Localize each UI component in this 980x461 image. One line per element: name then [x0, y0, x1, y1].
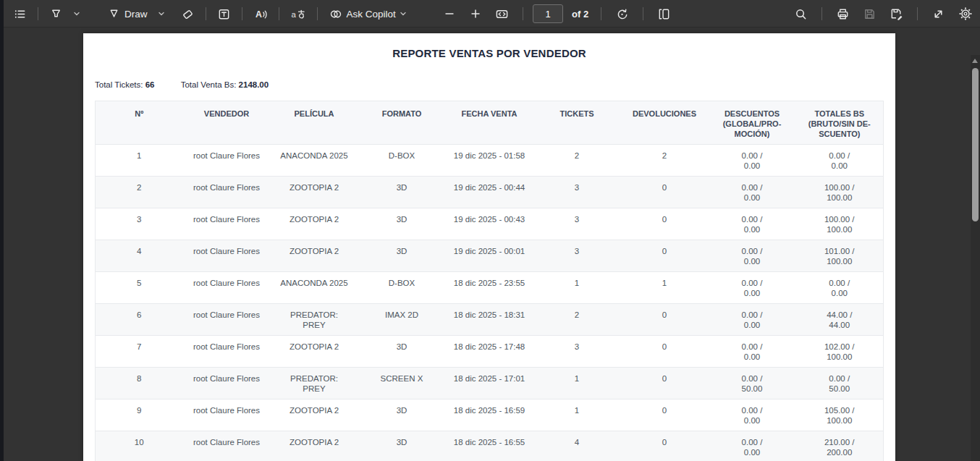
table-row: 2root Claure FloresZOOTOPIA 23D19 dic 20… [96, 177, 884, 208]
table-cell: 19 dic 2025 - 00:43 [446, 208, 533, 240]
table-cell: 3D [358, 208, 446, 240]
table-cell: PREDATOR: PREY [271, 304, 358, 336]
table-cell: ZOOTOPIA 2 [271, 177, 358, 208]
settings-button[interactable] [954, 3, 977, 25]
table-cell: 0 [621, 208, 709, 240]
table-row: 9root Claure FloresZOOTOPIA 23D18 dic 20… [96, 399, 884, 431]
table-cell: 100.00 / 100.00 [796, 208, 884, 240]
table-cell: 18 dic 2025 - 17:48 [446, 336, 533, 368]
table-cell: 3D [358, 431, 446, 461]
table-cell: 7 [96, 336, 183, 368]
table-cell: 0.00 / 0.00 [709, 177, 796, 208]
toolbar-divider [523, 7, 523, 20]
scrollbar-up-arrow-icon[interactable] [972, 59, 978, 63]
table-cell: ZOOTOPIA 2 [271, 240, 358, 272]
table-cell: IMAX 2D [358, 304, 446, 336]
table-row: 5root Claure FloresANACONDA 2025D-BOX18 … [96, 272, 884, 304]
table-cell: 100.00 / 100.00 [796, 177, 884, 208]
zoom-out-button[interactable] [439, 3, 460, 25]
toolbar-divider [242, 7, 242, 20]
search-button[interactable] [790, 3, 812, 25]
table-cell: ANACONDA 2025 [271, 272, 358, 304]
table-cell: 2 [96, 177, 183, 208]
zoom-in-button[interactable] [465, 3, 486, 25]
svg-text:A: A [255, 9, 261, 20]
table-cell: root Claure Flores [183, 368, 271, 399]
table-cell: PREDATOR: PREY [271, 368, 358, 399]
highlighter-dropdown[interactable] [69, 3, 85, 25]
column-header: TICKETS [533, 101, 621, 145]
highlighter-button[interactable] [45, 3, 67, 25]
column-header: TOTALES BS (BRUTO/SIN DE- SCUENTO) [796, 101, 884, 145]
save-as-button[interactable] [885, 3, 908, 25]
table-row: 6root Claure FloresPREDATOR: PREYIMAX 2D… [96, 304, 884, 336]
table-cell: ZOOTOPIA 2 [271, 399, 358, 431]
table-cell: 3 [533, 177, 621, 208]
table-cell: root Claure Flores [183, 399, 271, 431]
chevron-down-icon [158, 10, 165, 17]
save-button[interactable] [858, 3, 881, 25]
fullscreen-button[interactable] [927, 3, 950, 25]
ask-copilot-button[interactable]: Ask Copilot [324, 3, 411, 25]
table-of-contents-button[interactable] [9, 3, 31, 25]
svg-text:a: a [291, 10, 296, 19]
table-cell: 0 [621, 368, 709, 399]
sales-report-table: NºVENDEDORPELÍCULAFORMATOFECHA VENTATICK… [95, 101, 884, 461]
page-view-button[interactable] [653, 3, 675, 25]
translate-button[interactable]: a [286, 3, 311, 25]
column-header: VENDEDOR [183, 101, 271, 145]
table-cell: 0.00 / 0.00 [709, 336, 796, 368]
draw-button[interactable]: Draw [103, 3, 152, 25]
text-box-icon [217, 7, 231, 21]
copilot-icon [329, 7, 343, 21]
read-aloud-button[interactable]: A [249, 3, 272, 25]
fit-to-width-button[interactable] [491, 3, 513, 25]
scrollbar-thumb[interactable] [972, 68, 979, 221]
chevron-down-icon [73, 10, 80, 17]
column-header: Nº [96, 101, 183, 145]
total-tickets-value: 66 [145, 80, 155, 89]
toolbar-left-group: Draw A a [9, 0, 411, 28]
table-cell: 0 [621, 304, 709, 336]
settings-gear-icon [958, 7, 973, 21]
draw-dropdown[interactable] [153, 3, 169, 25]
table-cell: root Claure Flores [183, 177, 271, 208]
table-header-row: NºVENDEDORPELÍCULAFORMATOFECHA VENTATICK… [96, 101, 884, 145]
table-row: 7root Claure FloresZOOTOPIA 23D18 dic 20… [96, 336, 884, 368]
toolbar-divider [643, 7, 643, 20]
table-cell: 18 dic 2025 - 16:59 [446, 399, 533, 431]
table-cell: 0 [621, 336, 709, 368]
table-cell: 1 [96, 145, 183, 177]
fit-to-width-icon [495, 7, 509, 21]
vertical-scrollbar[interactable] [971, 55, 980, 461]
table-cell: root Claure Flores [183, 304, 271, 336]
table-row: 10root Claure FloresZOOTOPIA 23D18 dic 2… [96, 431, 884, 461]
column-header: DESCUENTOS (GLOBAL/PRO- MOCIÓN) [709, 101, 796, 145]
table-cell: 19 dic 2025 - 00:01 [446, 240, 533, 272]
save-icon [863, 7, 876, 21]
table-cell: ANACONDA 2025 [271, 145, 358, 177]
table-cell: 1 [621, 272, 709, 304]
total-venta-label: Total Venta Bs: [181, 80, 237, 89]
toolbar-divider [317, 7, 318, 20]
table-cell: root Claure Flores [183, 208, 271, 240]
table-cell: D-BOX [358, 145, 446, 177]
table-cell: 0.00 / 0.00 [796, 145, 884, 177]
page-number-input[interactable] [533, 4, 563, 23]
fullscreen-icon [932, 7, 945, 21]
toolbar-divider [38, 7, 38, 20]
add-text-button[interactable] [213, 3, 235, 25]
zoom-out-icon [443, 7, 456, 20]
pdf-canvas: REPORTE VENTAS POR VENDEDOR Total Ticket… [0, 28, 980, 461]
eraser-button[interactable] [177, 3, 199, 25]
table-cell: ZOOTOPIA 2 [271, 208, 358, 240]
table-cell: 0.00 / 50.00 [709, 368, 796, 399]
rotate-button[interactable] [611, 3, 633, 25]
table-cell: SCREEN X [358, 368, 446, 399]
toolbar-divider [821, 7, 822, 20]
table-cell: 3D [358, 240, 446, 272]
print-icon [836, 7, 850, 21]
table-cell: 101.00 / 100.00 [796, 240, 884, 272]
print-button[interactable] [832, 3, 854, 25]
rotate-icon [615, 7, 629, 21]
